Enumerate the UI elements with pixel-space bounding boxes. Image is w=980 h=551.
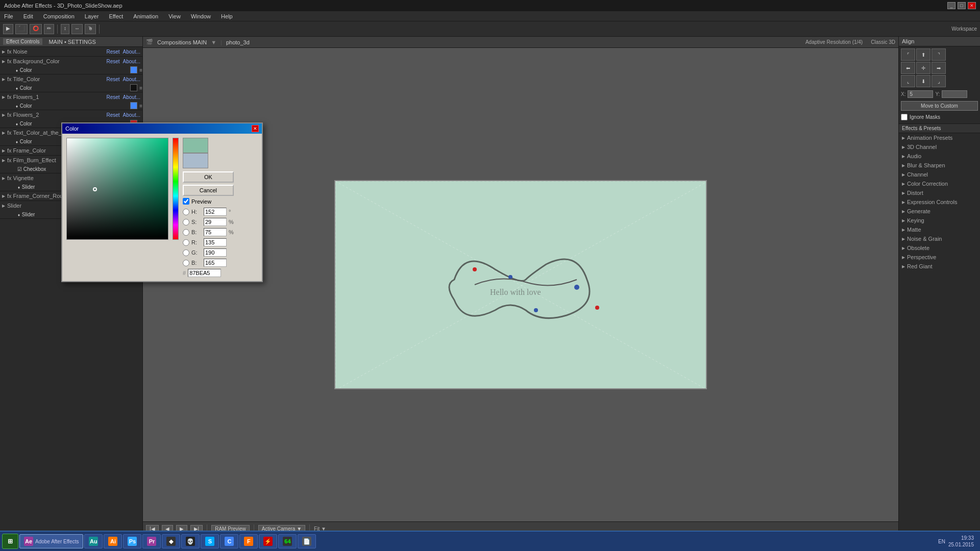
effects-cat-3d-channel[interactable]: ▶ 3D Channel [899, 142, 980, 152]
menu-layer[interactable]: Layer [83, 13, 101, 19]
taskbar-photoshop[interactable]: Ps [123, 534, 141, 548]
start-button[interactable]: ⊞ [2, 534, 18, 549]
menu-edit[interactable]: Edit [21, 13, 35, 19]
toolbar-btn-6[interactable]: ↔ [71, 24, 83, 34]
effects-cat-blur-sharpen[interactable]: ▶ Blur & Sharpen [899, 161, 980, 170]
align-bottom-left[interactable]: ⌞ [901, 75, 915, 87]
r-radio[interactable] [183, 239, 189, 246]
toolbar-select[interactable]: 🖱 [85, 24, 96, 34]
toolbar-btn-1[interactable]: ▶ [3, 24, 13, 34]
hue-radio[interactable] [183, 209, 189, 215]
menu-window[interactable]: Window [189, 13, 213, 19]
bg-color-about[interactable]: About... [123, 59, 140, 64]
taskbar-bolt[interactable]: ⚡ [259, 534, 277, 548]
flowers1-about[interactable]: About... [123, 94, 140, 100]
effects-cat-color-correction[interactable]: ▶ Color Correction [899, 179, 980, 188]
b-radio[interactable] [183, 260, 189, 266]
toolbar-btn-3[interactable]: ⭕ [30, 24, 42, 34]
y-input[interactable] [942, 90, 967, 98]
bg-color-swatch[interactable] [130, 66, 137, 73]
color-hue-slider[interactable] [173, 138, 179, 240]
menu-help[interactable]: Help [219, 13, 235, 19]
g-input[interactable] [204, 248, 227, 257]
taskbar-premiere[interactable]: Pr [142, 534, 161, 548]
hex-input[interactable] [188, 269, 221, 277]
taskbar-skype[interactable]: S [201, 534, 219, 548]
effects-cat-channel[interactable]: ▶ Channel [899, 170, 980, 179]
move-to-custom-button[interactable]: Move to Custom [901, 101, 978, 111]
g-radio[interactable] [183, 249, 189, 256]
taskbar-app-effect[interactable]: ◆ [162, 534, 180, 548]
x-input[interactable] [908, 90, 933, 98]
b-input[interactable] [204, 259, 227, 267]
color-ok-button[interactable]: OK [183, 171, 234, 183]
viewer-comp-name[interactable]: Compositions MAIN [157, 39, 207, 45]
color-cancel-button[interactable]: Cancel [183, 185, 234, 196]
taskbar-after-effects[interactable]: Ae Adobe After Effects [19, 534, 83, 548]
effect-row-bg-color[interactable]: ▶ fx Background_Color Reset About... [0, 57, 142, 66]
ignore-masks-checkbox[interactable] [901, 114, 908, 120]
menu-animation[interactable]: Animation [131, 13, 160, 19]
bg-color-reset[interactable]: Reset [106, 59, 119, 64]
effect-row-flowers1[interactable]: ▶ fx Flowers_1 Reset About... [0, 92, 142, 102]
noise-about[interactable]: About... [123, 49, 140, 55]
taskbar-doc[interactable]: 📄 [298, 534, 316, 548]
effects-cat-keying[interactable]: ▶ Keying [899, 216, 980, 225]
flowers1-reset[interactable]: Reset [106, 94, 119, 100]
bri-input[interactable] [204, 228, 227, 236]
effects-cat-generate[interactable]: ▶ Generate [899, 207, 980, 216]
title-color-reset[interactable]: Reset [106, 77, 119, 82]
taskbar-64[interactable]: 64 [278, 534, 297, 548]
effects-cat-expression-controls[interactable]: ▶ Expression Controls [899, 197, 980, 207]
sat-input[interactable] [204, 218, 227, 226]
effect-row-flowers2[interactable]: ▶ fx Flowers_2 Reset About... [0, 110, 142, 119]
align-center[interactable]: ✛ [916, 62, 930, 74]
menu-composition[interactable]: Composition [41, 13, 77, 19]
color-gradient-picker[interactable] [66, 138, 168, 240]
flowers2-reset[interactable]: Reset [106, 112, 119, 118]
align-bottom-right[interactable]: ⌟ [932, 75, 946, 87]
effects-cat-matte[interactable]: ▶ Matte [899, 225, 980, 234]
align-top-center[interactable]: ⬆ [916, 48, 930, 61]
effects-cat-red-giant[interactable]: ▶ Red Giant [899, 262, 980, 271]
menu-file[interactable]: File [2, 13, 15, 19]
toolbar-btn-2[interactable]: ⬛ [15, 24, 28, 34]
maximize-button[interactable]: □ [958, 2, 966, 9]
toolbar-btn-5[interactable]: ↕ [61, 24, 69, 34]
taskbar-audition[interactable]: Au [84, 534, 103, 548]
taskbar-app-skull[interactable]: 💀 [181, 534, 200, 548]
r-input[interactable] [204, 238, 227, 246]
effects-cat-obsolete[interactable]: ▶ Obsolete [899, 243, 980, 253]
align-middle-left[interactable]: ⬅ [901, 62, 915, 74]
window-controls[interactable]: _ □ ✕ [947, 2, 976, 9]
effects-cat-distort[interactable]: ▶ Distort [899, 188, 980, 197]
align-top-left[interactable]: ⌜ [901, 48, 915, 61]
taskbar-illustrator[interactable]: Ai [104, 534, 122, 548]
align-bottom-center[interactable]: ⬇ [916, 75, 930, 87]
hue-input[interactable] [204, 208, 227, 216]
align-top-right[interactable]: ⌝ [932, 48, 946, 61]
effects-cat-noise-grain[interactable]: ▶ Noise & Grain [899, 234, 980, 243]
align-middle-right[interactable]: ➡ [932, 62, 946, 74]
effects-cat-perspective[interactable]: ▶ Perspective [899, 253, 980, 262]
minimize-button[interactable]: _ [947, 2, 955, 9]
viewer-layer-name[interactable]: photo_3d [226, 39, 250, 45]
color-dialog-close-button[interactable]: ✕ [252, 125, 259, 132]
flowers1-swatch[interactable] [130, 102, 137, 109]
effect-row-noise[interactable]: ▶ fx Noise Reset About... [0, 47, 142, 56]
flowers2-about[interactable]: About... [123, 112, 140, 118]
taskbar-chrome[interactable]: C [220, 534, 238, 548]
bri-radio[interactable] [183, 229, 189, 236]
toolbar-btn-4[interactable]: ✏ [44, 24, 54, 34]
title-color-swatch[interactable] [130, 84, 137, 91]
color-preview-checkbox[interactable] [183, 198, 189, 205]
menu-effect[interactable]: Effect [107, 13, 125, 19]
effects-cat-animation-presets[interactable]: ▶ Animation Presets [899, 133, 980, 142]
close-button[interactable]: ✕ [968, 2, 976, 9]
title-color-about[interactable]: About... [123, 77, 140, 82]
taskbar-firefox[interactable]: F [239, 534, 258, 548]
noise-reset[interactable]: Reset [106, 49, 119, 55]
effect-row-title-color[interactable]: ▶ fx Title_Color Reset About... [0, 74, 142, 84]
sat-radio[interactable] [183, 219, 189, 226]
menu-view[interactable]: View [166, 13, 183, 19]
